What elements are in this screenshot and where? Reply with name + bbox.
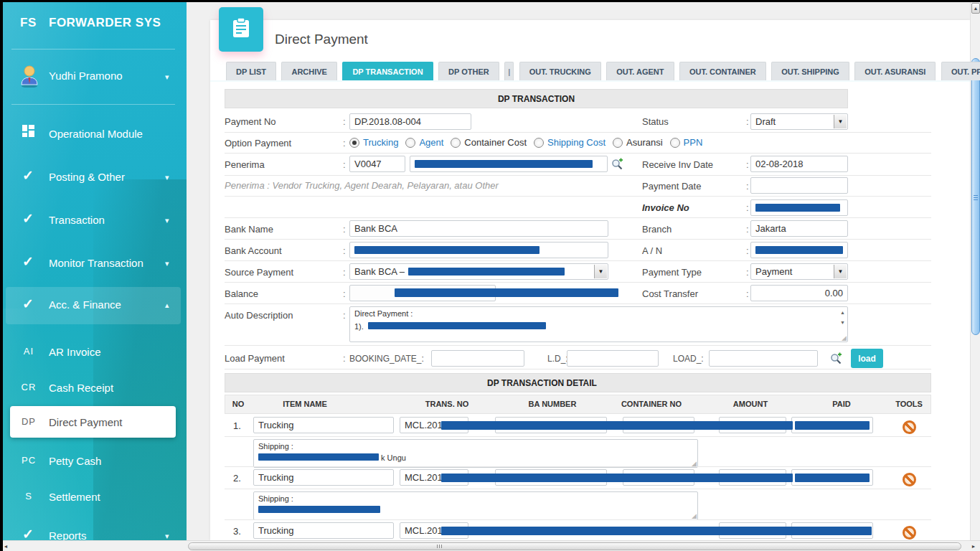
vertical-scrollbar-thumb[interactable]	[971, 58, 980, 335]
tab-dp-transaction[interactable]: DP TRANSACTION	[342, 62, 433, 80]
redacted-value	[415, 160, 593, 168]
tab-out-container[interactable]: OUT. CONTAINER	[679, 62, 766, 80]
radio-ppn[interactable]: PPN	[670, 137, 703, 148]
user-name: Yudhi Pramono	[49, 70, 123, 82]
divider	[11, 104, 175, 105]
auto-description-textarea[interactable]: Direct Payment : 1). ▲ ▼ ◢	[349, 306, 848, 342]
dropdown-arrow-icon[interactable]: ▼	[834, 115, 847, 128]
divider	[225, 175, 931, 176]
tab-dp-list[interactable]: DP LIST	[226, 62, 276, 80]
radio-agent[interactable]: Agent	[405, 137, 443, 148]
sidebar: FS FORWARDER SYS Yudhi Pramono ▾	[0, 0, 187, 551]
search-add-icon[interactable]	[830, 352, 843, 365]
penerima-code-input[interactable]: V0047	[349, 156, 405, 172]
payment-no-input[interactable]: DP.2018.08-004	[349, 113, 471, 130]
redacted-value	[368, 322, 546, 329]
receive-inv-date-input[interactable]: 02-08-2018	[750, 156, 848, 172]
ld-input[interactable]	[567, 350, 659, 367]
bank-account-input[interactable]	[349, 242, 608, 258]
radio-asuransi[interactable]: Asuransi	[613, 137, 663, 148]
colon: :	[343, 267, 346, 278]
radio-icon	[534, 138, 544, 148]
divider	[225, 196, 931, 197]
sidebar-item-label: Acc. & Finance	[49, 298, 121, 311]
tab-archive[interactable]: ARCHIVE	[281, 62, 337, 80]
horizontal-scrollbar-thumb[interactable]	[188, 542, 961, 550]
invoice-no-input[interactable]	[750, 199, 848, 216]
penerima-hint: Penerima : Vendor Trucking, Agent Dearah…	[225, 180, 499, 191]
item-name-input[interactable]: Trucking	[253, 417, 394, 433]
sidebar-item-petty-cash[interactable]: PC Petty Cash	[0, 448, 187, 476]
vertical-scrollbar[interactable]: ▲	[970, 2, 980, 540]
radio-shipping-cost[interactable]: Shipping Cost	[534, 137, 606, 148]
shipping-note-textarea[interactable]: Shipping : k Ungu ◢	[253, 439, 698, 468]
clipboard-icon	[232, 17, 250, 42]
direct-payment-module-button[interactable]	[219, 7, 263, 52]
scroll-grip-icon	[437, 545, 443, 548]
scroll-up-button[interactable]: ▲	[971, 3, 980, 14]
resize-grip-icon[interactable]: ◢	[692, 513, 697, 519]
tab-out-trucking[interactable]: OUT. TRUCKING	[519, 62, 601, 80]
booking-date-input[interactable]	[431, 350, 524, 367]
sidebar-item-ar-invoice[interactable]: AI AR Invoice	[0, 339, 187, 367]
colon: :	[746, 245, 749, 256]
tab-out-shipping[interactable]: OUT. SHIPPING	[771, 62, 849, 80]
shipping-note-textarea[interactable]: Shipping : ◢	[253, 491, 698, 520]
an-input[interactable]	[750, 242, 848, 258]
cancel-row-icon[interactable]	[903, 526, 916, 540]
status-select[interactable]: Draft ▼	[750, 113, 848, 130]
search-add-icon[interactable]	[611, 158, 624, 171]
sidebar-item-direct-payment[interactable]: DP Direct Payment	[10, 406, 176, 438]
radio-trucking[interactable]: Trucking	[349, 137, 398, 148]
sidebar-item-transaction[interactable]: ✓ Transaction ▾	[0, 207, 187, 235]
invoice-no-label: Invoice No	[642, 202, 689, 213]
line2-prefix: 1).	[354, 322, 364, 331]
scroll-down-icon[interactable]: ▼	[840, 320, 845, 325]
sidebar-item-posting-other[interactable]: ✓ Posting & Other ▾	[0, 164, 187, 192]
sidebar-item-acc-finance[interactable]: ✓ Acc. & Finance ▴	[6, 287, 181, 324]
source-payment-select[interactable]: Bank BCA – ▼	[349, 263, 608, 280]
load-button[interactable]: load	[851, 349, 883, 368]
cancel-row-icon[interactable]	[903, 420, 916, 434]
colon: :	[343, 245, 346, 256]
bank-account-label: Bank Account	[225, 245, 282, 256]
divider	[225, 369, 931, 369]
radio-container-cost[interactable]: Container Cost	[451, 137, 527, 148]
item-name-input[interactable]: Trucking	[253, 469, 394, 486]
an-label: A / N	[642, 245, 662, 256]
bank-name-input[interactable]: Bank BCA	[349, 220, 608, 237]
item-name-value: Trucking	[258, 420, 293, 430]
sidebar-item-operational-module[interactable]: Operational Module	[0, 121, 187, 149]
divider	[225, 436, 931, 437]
payment-no-label: Payment No	[225, 116, 276, 127]
resize-grip-icon[interactable]: ◢	[842, 335, 847, 342]
branch-input[interactable]: Jakarta	[750, 220, 848, 237]
tab-out-asuransi[interactable]: OUT. ASURANSI	[854, 62, 936, 80]
shipping-note-tail: k Ungu	[381, 453, 406, 462]
sidebar-item-monitor-transaction[interactable]: ✓ Monitor Transaction ▾	[0, 250, 187, 278]
scroll-up-icon[interactable]: ▲	[840, 310, 845, 315]
load-input[interactable]	[709, 350, 818, 367]
payment-date-input[interactable]	[750, 177, 848, 194]
sidebar-item-label: Monitor Transaction	[49, 257, 143, 269]
sidebar-item-settlement[interactable]: S Settlement	[0, 484, 187, 512]
tab-dp-other[interactable]: DP OTHER	[438, 62, 499, 80]
item-name-input[interactable]: Trucking	[253, 522, 394, 539]
check-icon: ✓	[20, 168, 36, 184]
scroll-right-button[interactable]: ►	[969, 542, 979, 550]
tab-out-agent[interactable]: OUT. AGENT	[606, 62, 674, 80]
tab-out-ppn[interactable]: OUT. PPN	[941, 62, 980, 80]
penerima-name-input[interactable]	[410, 156, 608, 172]
status-label: Status	[642, 116, 669, 127]
cancel-row-icon[interactable]	[903, 473, 916, 486]
window-edge	[0, 0, 980, 2]
horizontal-scrollbar[interactable]: ◄ ►	[0, 540, 980, 551]
dropdown-arrow-icon[interactable]: ▼	[594, 265, 607, 278]
cost-transfer-input[interactable]: 0.00	[750, 285, 848, 301]
item-abbr: AI	[20, 346, 37, 357]
sidebar-item-cash-receipt[interactable]: CR Cash Receipt	[0, 375, 187, 403]
redacted-value	[258, 506, 380, 513]
user-menu[interactable]: Yudhi Pramono ▾	[0, 63, 187, 92]
dropdown-arrow-icon[interactable]: ▼	[834, 265, 847, 278]
payment-type-select[interactable]: Payment ▼	[750, 263, 848, 280]
